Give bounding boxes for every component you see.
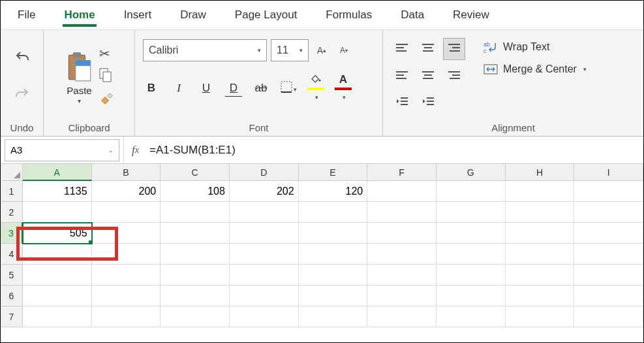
cell-B6[interactable]	[92, 286, 161, 306]
cell-G5[interactable]	[437, 265, 506, 286]
cell-C2[interactable]	[161, 202, 230, 223]
tab-file[interactable]: File	[16, 5, 37, 25]
cell-C1[interactable]: 108	[161, 181, 230, 202]
cell-G4[interactable]	[437, 244, 506, 265]
cell-A6[interactable]	[23, 286, 92, 306]
undo-button[interactable]	[13, 50, 31, 69]
align-top-center-button[interactable]	[417, 38, 439, 60]
col-header-F[interactable]: F	[367, 164, 437, 181]
cell-G1[interactable]	[437, 181, 506, 202]
cell-D6[interactable]	[230, 286, 299, 306]
format-painter-icon[interactable]	[99, 92, 114, 110]
font-color-button[interactable]: A▾	[335, 73, 352, 103]
cell-F4[interactable]	[367, 244, 437, 265]
italic-button[interactable]: I	[170, 82, 187, 95]
cell-D7[interactable]	[230, 306, 299, 327]
col-header-G[interactable]: G	[437, 164, 506, 181]
cell-B5[interactable]	[92, 265, 161, 286]
tab-formulas[interactable]: Formulas	[324, 5, 373, 25]
align-top-left-button[interactable]	[391, 38, 413, 60]
cell-I6[interactable]	[574, 286, 643, 306]
cell-C5[interactable]	[161, 265, 230, 286]
cell-D1[interactable]: 202	[230, 181, 299, 202]
cell-D2[interactable]	[230, 202, 299, 223]
cell-E6[interactable]	[299, 286, 368, 306]
cell-H4[interactable]	[506, 244, 575, 265]
col-header-B[interactable]: B	[92, 164, 161, 181]
cell-H7[interactable]	[506, 306, 575, 327]
cell-C3[interactable]	[161, 223, 230, 244]
cell-E2[interactable]	[299, 202, 368, 223]
underline-button[interactable]: U	[198, 82, 215, 95]
cell-B2[interactable]	[92, 202, 161, 223]
tab-page-layout[interactable]: Page Layout	[234, 5, 298, 25]
cell-A2[interactable]	[23, 202, 92, 223]
fill-color-button[interactable]: ▾	[307, 73, 324, 103]
cell-A7[interactable]	[23, 306, 92, 327]
tab-home[interactable]: Home	[63, 5, 96, 25]
cell-I2[interactable]	[574, 202, 643, 223]
copy-icon[interactable]	[99, 68, 114, 86]
cell-G6[interactable]	[437, 286, 506, 306]
merge-center-button[interactable]: Merge & Center ▾	[483, 63, 587, 76]
cell-D4[interactable]	[230, 244, 299, 265]
col-header-I[interactable]: I	[574, 164, 643, 181]
redo-button[interactable]	[13, 86, 31, 106]
strikethrough-button[interactable]: ab	[253, 82, 269, 95]
row-header-7[interactable]: 7	[1, 306, 23, 327]
cell-E4[interactable]	[299, 244, 368, 265]
cell-I4[interactable]	[574, 244, 643, 265]
cell-F3[interactable]	[367, 223, 437, 244]
increase-font-size-button[interactable]: A▴	[313, 41, 331, 59]
increase-indent-button[interactable]	[417, 90, 439, 112]
cell-E3[interactable]	[299, 223, 368, 244]
decrease-indent-button[interactable]	[391, 90, 413, 112]
cut-icon[interactable]: ✂	[99, 46, 114, 61]
fx-icon[interactable]: fx	[123, 137, 147, 163]
cell-G3[interactable]	[437, 223, 506, 244]
align-middle-left-button[interactable]	[391, 64, 413, 86]
cell-C6[interactable]	[161, 286, 230, 306]
select-all-corner[interactable]	[1, 164, 23, 181]
cell-I7[interactable]	[574, 306, 643, 327]
cell-I5[interactable]	[574, 265, 643, 286]
cell-F5[interactable]	[367, 265, 437, 286]
align-top-right-button[interactable]	[443, 38, 465, 60]
formula-input[interactable]: =A1-SUM(B1:E1)	[147, 137, 643, 163]
cell-H1[interactable]	[506, 181, 575, 202]
row-header-5[interactable]: 5	[1, 265, 23, 286]
row-header-6[interactable]: 6	[1, 286, 23, 306]
col-header-E[interactable]: E	[299, 164, 368, 181]
align-middle-center-button[interactable]	[417, 64, 439, 86]
row-header-2[interactable]: 2	[1, 202, 23, 223]
cell-C4[interactable]	[161, 244, 230, 265]
cell-A5[interactable]	[23, 265, 92, 286]
cell-H6[interactable]	[506, 286, 575, 306]
cell-H3[interactable]	[506, 223, 575, 244]
cell-C7[interactable]	[161, 306, 230, 327]
cell-F6[interactable]	[367, 286, 437, 306]
cell-F2[interactable]	[367, 202, 437, 223]
wrap-text-button[interactable]: abc Wrap Text	[483, 41, 587, 54]
tab-insert[interactable]: Insert	[123, 5, 153, 25]
cell-F1[interactable]	[367, 181, 437, 202]
cell-B1[interactable]: 200	[92, 181, 161, 202]
cell-H5[interactable]	[506, 265, 575, 286]
cell-B7[interactable]	[92, 306, 161, 327]
tab-draw[interactable]: Draw	[179, 5, 207, 25]
font-size-select[interactable]: 11▾	[271, 39, 309, 61]
col-header-H[interactable]: H	[506, 164, 575, 181]
row-header-1[interactable]: 1	[1, 181, 23, 202]
cell-D5[interactable]	[230, 265, 299, 286]
cell-I1[interactable]	[574, 181, 643, 202]
borders-button[interactable]: ▾	[280, 81, 297, 96]
paste-button[interactable]: Paste ▾	[65, 51, 94, 105]
cell-E7[interactable]	[299, 306, 368, 327]
col-header-C[interactable]: C	[161, 164, 230, 181]
col-header-A[interactable]: A	[23, 164, 92, 181]
cell-G2[interactable]	[437, 202, 506, 223]
name-box[interactable]: A3 ⌄	[5, 139, 119, 161]
decrease-font-size-button[interactable]: A▾	[335, 41, 353, 59]
tab-data[interactable]: Data	[399, 5, 425, 25]
cell-G7[interactable]	[437, 306, 506, 327]
